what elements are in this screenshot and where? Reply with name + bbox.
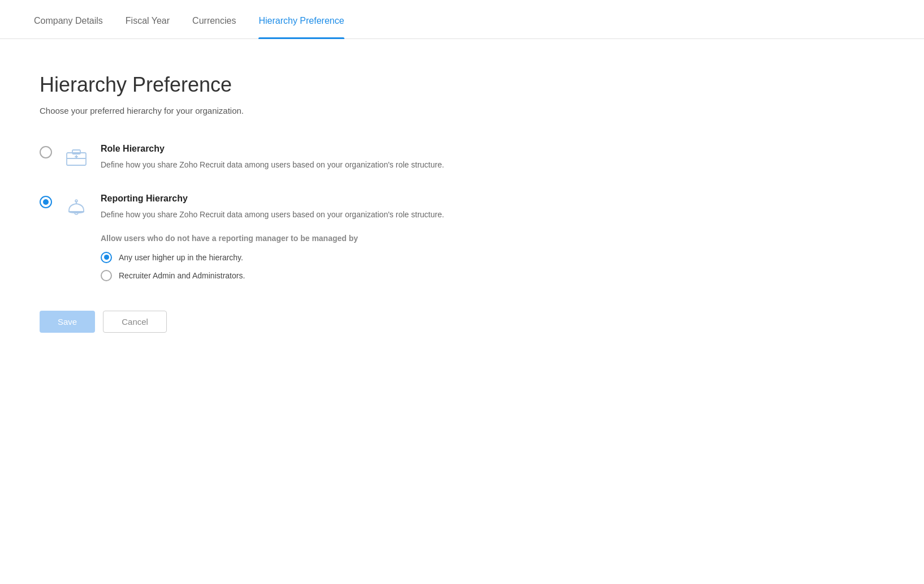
any-user-label: Any user higher up in the hierarchy. [119, 253, 243, 262]
any-user-row: Any user higher up in the hierarchy. [101, 252, 639, 263]
role-hierarchy-radio[interactable] [40, 146, 52, 158]
sub-options-section: Allow users who do not have a reporting … [101, 234, 639, 281]
role-hierarchy-desc: Define how you share Zoho Recruit data a… [101, 158, 639, 171]
tab-hierarchy-preference[interactable]: Hierarchy Preference [258, 0, 344, 38]
recruiter-admin-row: Recruiter Admin and Administrators. [101, 270, 639, 281]
page-subtitle: Choose your preferred hierarchy for your… [40, 106, 639, 115]
recruiter-admin-label: Recruiter Admin and Administrators. [119, 271, 245, 280]
tab-company-details[interactable]: Company Details [34, 0, 103, 38]
reporting-hierarchy-radio[interactable] [40, 196, 52, 208]
bell-icon [63, 194, 89, 220]
recruiter-admin-radio[interactable] [101, 270, 112, 281]
tab-currencies[interactable]: Currencies [192, 0, 236, 38]
save-button[interactable]: Save [40, 311, 95, 333]
reporting-hierarchy-row: Reporting Hierarchy Define how you share… [40, 194, 639, 287]
role-hierarchy-title: Role Hierarchy [101, 144, 639, 154]
reporting-hierarchy-desc: Define how you share Zoho Recruit data a… [101, 208, 639, 221]
main-content: Hierarchy Preference Choose your preferr… [0, 39, 679, 367]
reporting-hierarchy-content: Reporting Hierarchy Define how you share… [101, 194, 639, 287]
any-user-radio[interactable] [101, 252, 112, 263]
svg-rect-0 [67, 153, 86, 165]
role-hierarchy-row: Role Hierarchy Define how you share Zoho… [40, 144, 639, 171]
footer-buttons: Save Cancel [40, 311, 639, 333]
cancel-button[interactable]: Cancel [103, 311, 167, 333]
reporting-hierarchy-title: Reporting Hierarchy [101, 194, 639, 204]
svg-rect-1 [72, 150, 80, 154]
svg-point-6 [75, 200, 77, 202]
role-hierarchy-content: Role Hierarchy Define how you share Zoho… [101, 144, 639, 171]
tab-bar: Company Details Fiscal Year Currencies H… [0, 0, 924, 39]
sub-options-label: Allow users who do not have a reporting … [101, 234, 639, 243]
briefcase-icon [63, 144, 89, 170]
page-title: Hierarchy Preference [40, 73, 639, 97]
tab-fiscal-year[interactable]: Fiscal Year [126, 0, 170, 38]
